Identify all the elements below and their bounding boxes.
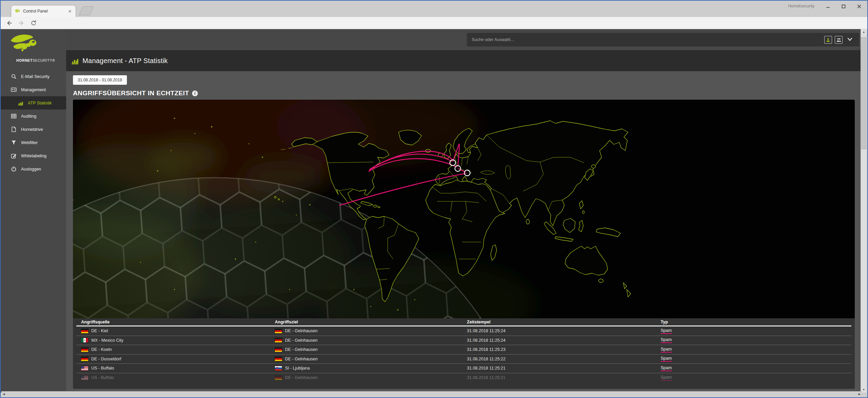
attack-map [73,100,855,318]
reload-button[interactable] [29,19,38,27]
de-flag-icon [81,329,88,333]
window-title: Hornetsecurity [788,4,814,8]
attack-row: DE - DusseldorfDE - Gelnhausen31.08.2018… [76,355,851,364]
search-chevron[interactable] [847,37,852,43]
window-minimize-button[interactable] [822,1,834,12]
attack-source: MX - Mexico City [76,338,270,343]
vertical-scrollbar[interactable]: ▲ ▼ [861,29,867,393]
de-flag-icon [275,347,282,352]
attack-target-text: DE - Gelnhausen [285,347,318,352]
de-flag-icon [81,357,88,361]
maximize-icon [842,4,846,8]
sidebar-item-management[interactable]: Management [1,83,66,96]
browser-tab[interactable]: Control Panel ✕ [11,5,76,17]
close-icon [857,4,861,8]
brand-light: SECURITY® [33,58,55,62]
sidebar-item-atp-statistik[interactable]: ATP Statistik [1,96,66,110]
attack-type: Spam [656,337,851,343]
users-group-icon [836,38,841,42]
page-content: 31.08.2018 - 31.08.2018 ANGRIFFSÜBERSICH… [66,71,861,393]
sidebar-item-label: ATP Statistik [28,101,52,105]
sidebar-item-auditing[interactable]: Auditing [1,110,66,123]
attack-target: DE - Gelnhausen [270,338,462,343]
attack-table: AngriffsquelleAngriffszielZeitstempelTyp… [73,318,855,382]
user-icon [826,38,830,42]
reload-icon [30,20,37,26]
browser-toolbar: Sicher https://controldev7.hornetsecurit… [1,17,867,29]
sidebar-item-label: Auditing [21,114,36,119]
id-card-icon [11,87,17,93]
sidebar-item-e-mail-security[interactable]: E-Mail Security [1,70,66,83]
back-button[interactable] [5,19,14,27]
us-flag-icon [81,366,88,371]
tab-close-icon[interactable]: ✕ [67,9,73,14]
mx-flag-icon [81,338,88,342]
horizontal-scrollbar[interactable]: ◀ ▶ [1,391,862,397]
attack-type-badge[interactable]: Spam [661,375,672,381]
column-header: Angriffsziel [270,320,462,324]
section-heading-text: ANGRIFFSÜBERSICHT IN ECHTZEIT [73,89,189,97]
de-flag-icon [81,347,88,352]
global-search[interactable] [467,33,859,46]
bar-chart-icon [18,100,23,106]
section-heading: ANGRIFFSÜBERSICHT IN ECHTZEIT i [73,89,855,97]
attack-timestamp: 31.08.2018 11:25:23 [462,347,656,352]
brand-text: HORNETSECURITY® [1,58,66,68]
attack-row: DE - KoelnDE - Gelnhausen31.08.2018 11:2… [76,345,851,355]
page-title: Management - ATP Statistik [82,57,168,65]
column-header: Angriffsquelle [76,320,270,324]
attack-type-badge[interactable]: Spam [661,365,672,371]
attack-timestamp-text: 31.08.2018 11:25:21 [467,366,506,371]
attack-type-badge[interactable]: Spam [661,356,672,362]
attack-type-badge[interactable]: Spam [661,328,672,334]
window-close-button[interactable] [853,1,865,12]
app-topbar [66,29,861,50]
chevron-down-icon [847,38,852,41]
attack-type-badge[interactable]: Spam [661,347,672,353]
forward-button[interactable] [17,19,26,27]
tab-title: Control Panel [23,9,67,14]
attack-source: US - Buffalo [76,366,270,371]
attack-type-badge[interactable]: Spam [661,337,672,343]
attack-source-text: MX - Mexico City [91,338,123,343]
attack-type: Spam [656,375,851,381]
sidebar-item-ausloggen[interactable]: Ausloggen [1,162,66,176]
new-tab-button[interactable] [79,6,94,15]
attack-table-header: AngriffsquelleAngriffszielZeitstempelTyp [76,318,851,326]
attack-target: SI - Ljubljana [270,366,462,371]
attack-timestamp: 31.08.2018 11:25:21 [462,366,656,371]
info-icon[interactable]: i [192,91,198,96]
search-icon [11,74,17,79]
sidebar-item-whitelabeling[interactable]: Whitelabeling [1,149,66,162]
date-range-button[interactable]: 31.08.2018 - 31.08.2018 [73,75,127,85]
sidebar-item-hornetdrive[interactable]: Hornetdrive [1,123,66,136]
main-area: Management - ATP Statistik 31.08.2018 - … [66,29,861,393]
attack-row: DE - KielDE - Gelnhausen31.08.2018 11:25… [76,326,851,336]
attack-timestamp: 31.08.2018 11:25:24 [462,329,656,333]
vertical-scroll-thumb[interactable] [861,37,866,149]
search-input[interactable] [471,37,822,42]
attack-source: DE - Kiel [76,329,270,333]
browser-titlebar: Control Panel ✕ Hornetsecurity [1,1,867,17]
scroll-left-icon[interactable]: ◀ [3,393,5,396]
attack-timestamp-text: 31.08.2018 11:25:24 [467,329,506,333]
control-panel-app: HORNETSECURITY® E-Mail SecurityManagemen… [1,29,861,393]
sidebar-item-label: E-Mail Security [21,74,50,79]
sidebar-item-webfilter[interactable]: Webfilter [1,136,66,149]
brand-bold: HORNET [16,58,33,62]
de-flag-icon [275,338,282,342]
attack-type: Spam [656,347,851,353]
window-maximize-button[interactable] [837,1,850,12]
back-arrow-icon [5,19,13,27]
us-flag-icon [81,376,88,380]
attack-source: DE - Koeln [76,347,270,352]
attack-type: Spam [656,356,851,362]
attack-target: DE - Gelnhausen [270,329,462,333]
partner-badge[interactable] [835,36,843,44]
si-flag-icon [275,366,282,371]
scroll-right-icon[interactable]: ▶ [858,393,861,396]
attack-target: DE - Gelnhausen [270,357,462,361]
user-badge[interactable] [824,36,832,44]
scroll-up-icon[interactable]: ▲ [861,29,867,35]
attack-target-text: DE - Gelnhausen [285,338,318,343]
